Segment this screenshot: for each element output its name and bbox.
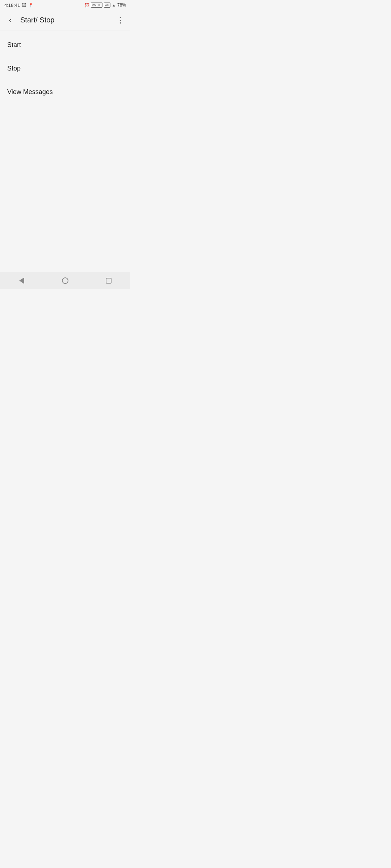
status-right: ⏰ VoLTE 4G ▲ 78% [84, 3, 126, 8]
status-left: 4:18:41 🖼 📍 [4, 3, 33, 8]
menu-item-start[interactable]: Start [0, 33, 130, 57]
menu-item-view-messages[interactable]: View Messages [0, 80, 130, 104]
recents-nav-button[interactable] [100, 273, 118, 288]
battery-level: 78% [117, 3, 126, 8]
menu-item-stop[interactable]: Stop [0, 57, 130, 80]
back-button[interactable]: ‹ [3, 13, 17, 27]
photo-icon: 🖼 [22, 3, 26, 7]
menu-list: Start Stop View Messages [0, 30, 130, 107]
alarm-icon: ⏰ [84, 3, 89, 8]
back-nav-button[interactable] [13, 273, 31, 288]
status-bar: 4:18:41 🖼 📍 ⏰ VoLTE 4G ▲ 78% [0, 0, 130, 10]
more-dots-icon: ⋮ [116, 16, 125, 24]
stop-label: Stop [7, 65, 21, 72]
home-nav-button[interactable] [56, 273, 74, 288]
signal-icon: ▲ [112, 3, 116, 7]
volte-icon: VoLTE [91, 3, 102, 8]
view-messages-label: View Messages [7, 88, 53, 96]
recents-nav-icon [106, 278, 112, 284]
back-nav-icon [19, 277, 24, 284]
home-nav-icon [62, 277, 68, 284]
nav-bar [0, 272, 130, 289]
start-label: Start [7, 41, 21, 49]
app-bar: ‹ Start/ Stop ⋮ [0, 10, 130, 30]
page-title: Start/ Stop [20, 16, 113, 24]
more-options-button[interactable]: ⋮ [113, 13, 127, 27]
back-arrow-icon: ‹ [9, 16, 12, 24]
location-icon: 📍 [28, 3, 33, 8]
4g-icon: 4G [104, 3, 110, 8]
status-time: 4:18:41 [4, 3, 20, 8]
